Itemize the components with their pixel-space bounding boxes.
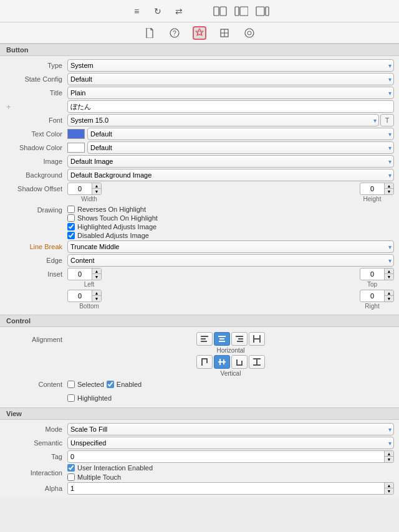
inset-bottom-up[interactable]: ▲ [92,290,101,296]
inset-left-up[interactable]: ▲ [92,268,101,274]
add-button[interactable]: + [6,102,11,112]
align-v-top[interactable] [196,355,213,369]
inset-bottom-down[interactable]: ▼ [92,296,101,302]
inset-bottom-input[interactable] [68,290,92,302]
edge-row: Edge Content [0,254,399,267]
svg-rect-2 [235,7,239,16]
shadow-offset-y-input[interactable] [360,183,384,194]
text-color-select[interactable]: Default [87,128,394,140]
svg-rect-4 [256,7,264,16]
shadow-color-select[interactable]: Default [87,141,394,154]
inset-right-input[interactable] [360,290,384,302]
tag-input-wrapper: ▲ ▼ [67,450,394,463]
image-row: Image Default Image [0,154,399,168]
svg-rect-37 [256,358,257,366]
shadow-offset-x-down[interactable]: ▼ [92,189,101,194]
align-h-center[interactable] [214,332,230,346]
svg-rect-31 [223,359,224,364]
type-select[interactable]: System [67,59,394,72]
tag-up[interactable]: ▲ [385,451,393,457]
inset-right-down[interactable]: ▼ [385,296,393,302]
align-v-fill[interactable] [249,355,265,369]
user-interaction-checkbox[interactable] [67,464,75,472]
shows-touch-checkbox[interactable] [67,214,75,222]
inset-right-up[interactable]: ▲ [385,290,393,296]
inset-top-down[interactable]: ▼ [385,274,393,280]
multiple-touch-checkbox[interactable] [67,473,75,481]
inset-top-wrapper: ▲ ▼ [360,268,394,280]
font-select[interactable]: System 15.0 [67,114,379,126]
type-label: Type [5,62,67,69]
align-h-fill[interactable] [249,332,265,346]
layout-center-icon[interactable] [234,4,248,18]
title-select[interactable]: Plain [67,87,394,99]
align-v-bottom[interactable] [231,355,248,369]
selected-row: Selected [67,381,104,388]
enabled-row: Enabled [107,381,142,388]
shadow-offset-y-down[interactable]: ▼ [385,189,393,194]
shadow-offset-x-input[interactable] [68,183,92,194]
inset-top-input[interactable] [360,268,384,280]
highlighted-adjusts-checkbox[interactable] [67,223,75,230]
inset-top-stepper: ▲ ▼ [384,268,393,280]
semantic-select[interactable]: Unspecified [67,437,394,449]
alpha-input[interactable] [68,483,384,494]
shadow-offset-x-up[interactable]: ▲ [92,183,101,189]
font-type-icon[interactable]: T [380,114,394,126]
bottom-right-labels: Bottom Right [0,303,399,312]
edge-select[interactable]: Content [67,254,394,267]
layout-right-icon[interactable] [256,4,269,18]
svg-rect-34 [241,361,243,366]
inset-left-down[interactable]: ▼ [92,274,101,280]
text-color-swatch[interactable] [67,129,85,139]
menu-icon[interactable]: ≡ [130,4,143,18]
align-v-center[interactable] [214,355,230,369]
shadow-offset-y-wrapper: ▲ ▼ [360,183,394,195]
enabled-checkbox[interactable] [107,381,114,388]
left-top-labels: Left Top [0,281,399,289]
layout-left-icon[interactable] [213,4,227,18]
back-forward-icon[interactable]: ⇄ [172,4,186,18]
inset-left-input[interactable] [68,268,92,280]
svg-rect-15 [201,338,206,340]
alpha-down[interactable]: ▼ [385,488,393,494]
alpha-up[interactable]: ▲ [385,483,393,488]
align-h-left[interactable] [196,332,213,346]
tab-file[interactable] [143,26,156,40]
svg-rect-22 [237,341,243,342]
svg-text:?: ? [173,30,176,37]
line-break-select[interactable]: Truncate Middle [67,240,394,253]
svg-rect-0 [214,7,219,16]
svg-rect-28 [206,358,208,363]
inset-top-up[interactable]: ▲ [385,268,393,274]
state-config-select[interactable]: Default [67,73,394,85]
multiple-touch-label: Multiple Touch [77,473,121,481]
tab-attributes[interactable] [193,26,206,40]
tag-input[interactable] [68,451,384,462]
image-select[interactable]: Default Image [67,155,394,168]
tab-connections[interactable] [243,26,256,40]
highlighted-ctrl-checkbox[interactable] [67,394,75,402]
align-h-right[interactable] [231,332,248,346]
inset-left-stepper: ▲ ▼ [92,268,101,280]
content-row: Content Selected Enabled [0,378,399,391]
mode-select[interactable]: Scale To Fill [67,423,394,435]
shadow-offset-y-up[interactable]: ▲ [385,183,393,189]
inset-bottom-right-row: ▲ ▼ ▲ ▼ [0,289,399,303]
shadow-color-select-wrapper: Default [87,141,394,154]
refresh-icon[interactable]: ↻ [151,4,165,18]
background-select[interactable]: Default Background Image [67,169,394,181]
main-toolbar: ≡ ↻ ⇄ [0,0,399,22]
svg-rect-18 [219,338,224,340]
inspector-panel: Button Type System State Config Default [0,44,399,498]
horizontal-align-group [196,332,265,346]
tab-size[interactable] [218,26,231,40]
tag-down[interactable]: ▼ [385,457,393,462]
japanese-input[interactable] [67,100,394,113]
reverses-on-highlight-checkbox[interactable] [67,206,75,213]
shadow-color-swatch[interactable] [67,143,85,153]
tab-help[interactable]: ? [168,26,181,40]
disabled-adjusts-checkbox[interactable] [67,232,75,239]
selected-checkbox[interactable] [67,381,75,388]
horizontal-label: Horizontal [216,347,244,354]
